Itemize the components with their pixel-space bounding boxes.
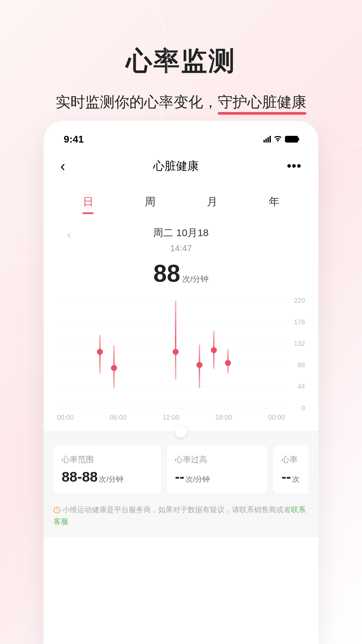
x-axis-tick: 06:00 [110, 414, 126, 421]
handle-knob-icon [175, 426, 187, 438]
tab-day[interactable]: 日 [80, 191, 96, 213]
status-time: 9:41 [64, 133, 84, 145]
tab-week[interactable]: 周 [142, 191, 158, 213]
card-unit: 次/分钟 [186, 475, 210, 483]
card-unit: 次 [292, 475, 300, 483]
y-axis-tick: 44 [288, 383, 305, 390]
subtitle-highlight: 守护心脏健康 [218, 92, 306, 112]
x-axis-tick: 00:00 [268, 414, 285, 421]
tab-year[interactable]: 年 [266, 191, 282, 213]
cellular-icon [263, 136, 271, 143]
y-axis-tick: 0 [288, 404, 305, 412]
card-label: 心率过高 [175, 454, 259, 465]
disclaimer-text: 小维运动健康是平台服务商，如果对于数据有疑议，请联系销售商或者 [62, 505, 291, 514]
drag-handle[interactable] [44, 431, 318, 432]
card-value: -- [175, 469, 184, 485]
heart-rate-value: 88次/分钟 [57, 260, 305, 287]
card-heart-high[interactable]: 心率过高 --次/分钟 [167, 445, 267, 494]
date-section: ‹ 周二 10月18 14:47 88次/分钟 [57, 226, 305, 287]
battery-icon [285, 136, 298, 143]
x-axis-tick: 12:00 [163, 414, 179, 421]
tab-month[interactable]: 月 [204, 191, 220, 213]
y-axis-tick: 88 [288, 361, 305, 369]
status-icons [263, 135, 298, 143]
summary-section: 心率范围 88-88次/分钟 心率过高 --次/分钟 心率 --次 !小维运动健… [44, 432, 318, 537]
date-label: 周二 10月18 [57, 226, 305, 240]
x-axis-tick: 00:00 [57, 414, 74, 421]
nav-bar: ‹ 心脏健康 ••• [57, 148, 305, 184]
card-heart-range[interactable]: 心率范围 88-88次/分钟 [54, 445, 161, 494]
time-label: 14:47 [57, 243, 305, 254]
page-title: 心脏健康 [153, 158, 199, 174]
card-label: 心率范围 [62, 454, 153, 465]
y-axis-tick: 176 [288, 318, 305, 326]
card-value: -- [282, 469, 291, 485]
period-tabs: 日 周 月 年 [57, 184, 305, 216]
card-label: 心率 [282, 454, 308, 465]
summary-cards[interactable]: 心率范围 88-88次/分钟 心率过高 --次/分钟 心率 --次 [54, 445, 308, 494]
card-value: 88-88 [62, 469, 98, 485]
back-button[interactable]: ‹ [60, 158, 65, 174]
status-bar: 9:41 [57, 131, 305, 148]
y-axis-tick: 132 [288, 340, 305, 347]
x-axis-tick: 18:00 [215, 414, 232, 421]
phone-mockup: 9:41 ‹ 心脏健康 ••• 日 周 月 年 ‹ 周二 10月18 14:47… [44, 121, 318, 644]
disclaimer: !小维运动健康是平台服务商，如果对于数据有疑议，请联系销售商或者联系客服 [54, 504, 308, 527]
y-axis-tick: 220 [288, 297, 305, 305]
warning-icon: ! [54, 507, 60, 514]
more-button[interactable]: ••• [287, 159, 302, 173]
heart-rate-chart[interactable]: 04488132176220 00:0006:0012:0018:0000:00 [57, 301, 305, 421]
card-unit: 次/分钟 [99, 475, 123, 483]
heart-rate-number: 88 [154, 260, 180, 287]
heart-rate-unit: 次/分钟 [182, 274, 209, 283]
wifi-icon [274, 135, 282, 143]
date-prev-button[interactable]: ‹ [67, 228, 71, 242]
card-heart-third[interactable]: 心率 --次 [274, 445, 308, 494]
